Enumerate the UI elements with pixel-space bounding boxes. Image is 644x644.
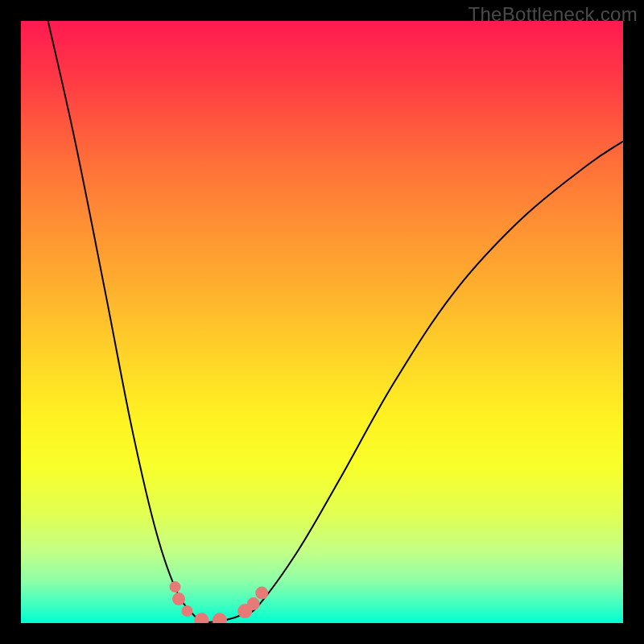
markers-group bbox=[169, 581, 268, 623]
plot-svg bbox=[21, 21, 623, 623]
curve-left-branch bbox=[48, 21, 202, 623]
data-marker bbox=[213, 613, 227, 623]
data-marker bbox=[172, 592, 185, 605]
curve-right-branch bbox=[201, 142, 623, 623]
data-marker bbox=[255, 587, 268, 600]
data-marker bbox=[169, 581, 180, 592]
data-marker bbox=[194, 613, 208, 623]
data-marker bbox=[181, 605, 192, 617]
chart-canvas: TheBottleneck.com bbox=[0, 0, 644, 644]
watermark-text: TheBottleneck.com bbox=[468, 3, 638, 26]
plot-area bbox=[21, 21, 623, 623]
data-marker bbox=[247, 597, 260, 610]
